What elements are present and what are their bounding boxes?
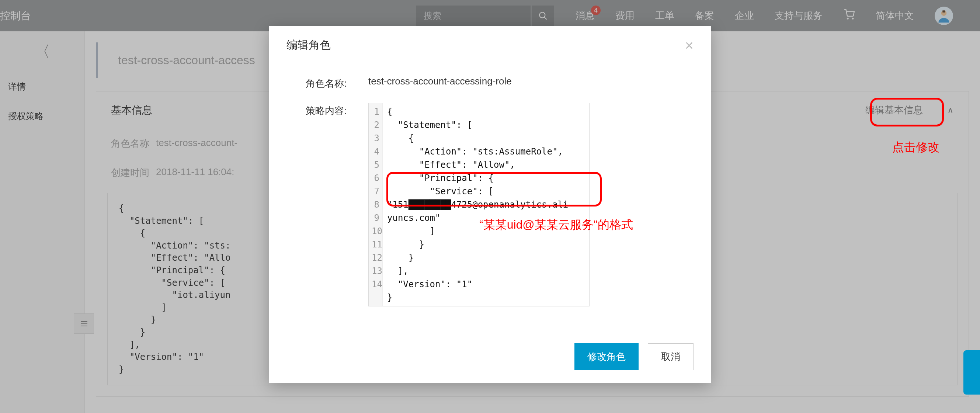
policy-content-label: 策略内容:	[305, 103, 368, 117]
cancel-button[interactable]: 取消	[648, 343, 694, 370]
line-gutter: 1 2 3 4 5 6 7 8 9 10 11 12 13 14	[369, 103, 383, 306]
modal-title: 编辑角色	[286, 38, 331, 53]
submit-button[interactable]: 修改角色	[574, 343, 639, 370]
role-name-form-label: 角色名称:	[305, 76, 368, 90]
edit-role-modal: 编辑角色 × 角色名称: test-cross-account-accessin…	[269, 26, 711, 383]
modal-overlay: 编辑角色 × 角色名称: test-cross-account-accessin…	[0, 0, 980, 413]
code-body[interactable]: { "Statement": [ { "Action": "sts:Assume…	[383, 103, 589, 306]
help-tab[interactable]	[963, 350, 980, 395]
role-name-form-value: test-cross-account-accessing-role	[368, 76, 512, 87]
policy-code-editor[interactable]: 1 2 3 4 5 6 7 8 9 10 11 12 13 14 { "Stat…	[368, 103, 590, 306]
close-icon[interactable]: ×	[685, 38, 694, 53]
